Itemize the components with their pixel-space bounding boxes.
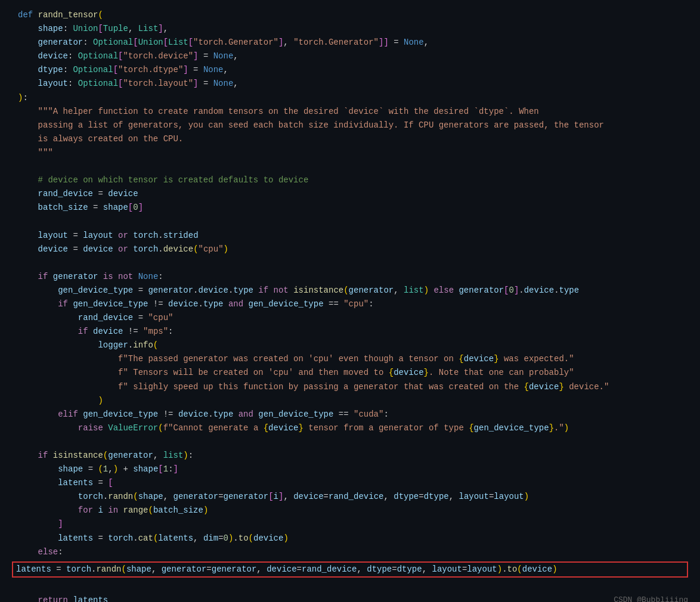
code-block: def randn_tensor( shape: Union[Tuple, Li… <box>0 6 700 602</box>
code-container: def randn_tensor( shape: Union[Tuple, Li… <box>0 0 700 602</box>
footer-text: CSDN @Bubbliiing <box>614 594 688 602</box>
highlighted-line: latents = torch.randn(shape, generator=g… <box>12 561 688 578</box>
